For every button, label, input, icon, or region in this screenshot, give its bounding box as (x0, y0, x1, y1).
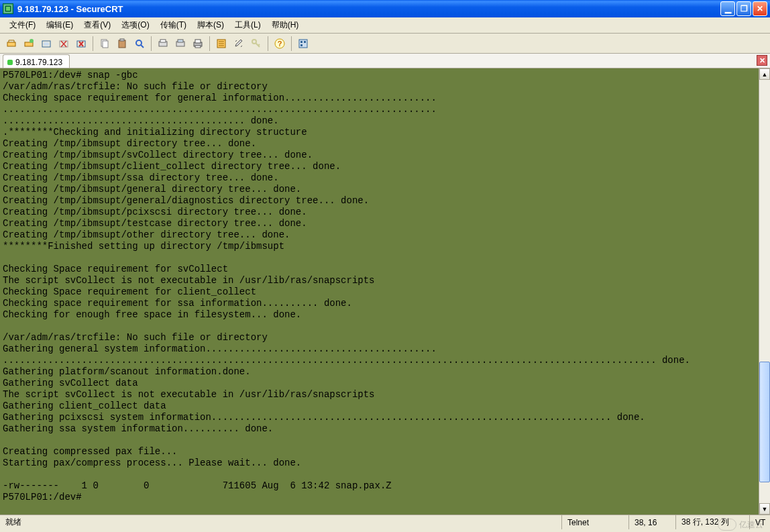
key-icon[interactable] (249, 36, 264, 51)
session-tab[interactable]: 9.181.79.123 (3, 54, 70, 68)
terminal-area: P570LP01:/dev# snap -gbc /var/adm/ras/tr… (0, 68, 770, 515)
tabbar: 9.181.79.123 ✕ (0, 54, 770, 68)
toolbar-separator (151, 36, 152, 51)
svg-rect-28 (300, 44, 302, 46)
svg-rect-1 (6, 7, 10, 11)
svg-rect-2 (7, 42, 15, 46)
print-selection-icon[interactable] (173, 36, 188, 51)
svg-rect-20 (195, 46, 201, 48)
svg-rect-17 (178, 40, 183, 42)
svg-rect-12 (120, 39, 124, 41)
status-ready: 就绪 (0, 515, 562, 529)
scroll-track[interactable] (759, 80, 770, 503)
svg-rect-11 (119, 40, 125, 48)
app-icon (3, 3, 13, 14)
svg-text:?: ? (278, 40, 282, 48)
svg-rect-10 (103, 41, 108, 48)
disconnect-icon[interactable] (56, 36, 71, 51)
print-screen-icon[interactable] (156, 36, 170, 51)
reconnect-icon[interactable] (39, 36, 54, 51)
print-icon[interactable] (190, 36, 205, 51)
menu-script[interactable]: 脚本(S) (192, 18, 229, 32)
menu-edit[interactable]: 编辑(E) (41, 18, 78, 32)
cloud-icon (718, 519, 736, 531)
svg-rect-26 (300, 41, 302, 43)
toolbar-separator (93, 36, 93, 51)
menu-help[interactable]: 帮助(H) (266, 18, 305, 32)
watermark: 亿速云 (718, 519, 763, 531)
close-button[interactable]: ✕ (753, 1, 767, 16)
scroll-down-icon[interactable]: ▼ (759, 503, 770, 515)
status-cursor: 38, 16 (629, 515, 676, 529)
connect-icon[interactable] (21, 36, 36, 51)
toolbar: ? (0, 34, 770, 54)
svg-point-4 (30, 39, 34, 43)
status-protocol: Telnet (562, 515, 629, 529)
scroll-thumb[interactable] (759, 362, 770, 482)
menu-transfer[interactable]: 传输(T) (155, 18, 192, 32)
properties-icon[interactable] (214, 36, 229, 51)
disconnect-all-icon[interactable] (74, 36, 89, 51)
svg-point-13 (136, 40, 142, 46)
toolbar-separator (268, 36, 268, 51)
toolbar-separator (209, 36, 210, 51)
menu-view[interactable]: 查看(V) (78, 18, 116, 32)
scrollbar[interactable]: ▲ ▼ (759, 68, 770, 515)
copy-icon[interactable] (97, 36, 112, 51)
window-title: 9.181.79.123 - SecureCRT (17, 4, 123, 14)
settings-icon[interactable] (231, 36, 246, 51)
menubar: 文件(F) 编辑(E) 查看(V) 选项(O) 传输(T) 脚本(S) 工具(L… (0, 17, 770, 34)
svg-rect-19 (195, 40, 201, 43)
titlebar: 9.181.79.123 - SecureCRT ▁ ❐ ✕ (0, 0, 770, 17)
svg-rect-25 (299, 40, 307, 48)
svg-rect-6 (44, 42, 49, 46)
scroll-up-icon[interactable]: ▲ (759, 68, 770, 80)
tab-label: 9.181.79.123 (15, 58, 62, 67)
watermark-text: 亿速云 (739, 519, 763, 531)
quick-connect-icon[interactable] (4, 36, 19, 51)
menu-options[interactable]: 选项(O) (116, 18, 154, 32)
maximize-button[interactable]: ❐ (736, 1, 751, 16)
minimize-button[interactable]: ▁ (720, 1, 735, 16)
svg-rect-15 (160, 40, 166, 42)
tab-status-icon (7, 60, 13, 65)
help-icon[interactable]: ? (272, 36, 287, 51)
svg-rect-27 (304, 41, 306, 43)
menu-tools[interactable]: 工具(L) (229, 18, 266, 32)
terminal[interactable]: P570LP01:/dev# snap -gbc /var/adm/ras/tr… (0, 68, 759, 515)
session-manager-icon[interactable] (296, 36, 311, 51)
tab-close-button[interactable]: ✕ (757, 55, 767, 66)
statusbar: 就绪 Telnet 38, 16 38 行, 132 列 VT (0, 515, 770, 529)
paste-icon[interactable] (115, 36, 129, 51)
menu-file[interactable]: 文件(F) (4, 18, 41, 32)
toolbar-separator (291, 36, 292, 51)
find-icon[interactable] (132, 36, 147, 51)
